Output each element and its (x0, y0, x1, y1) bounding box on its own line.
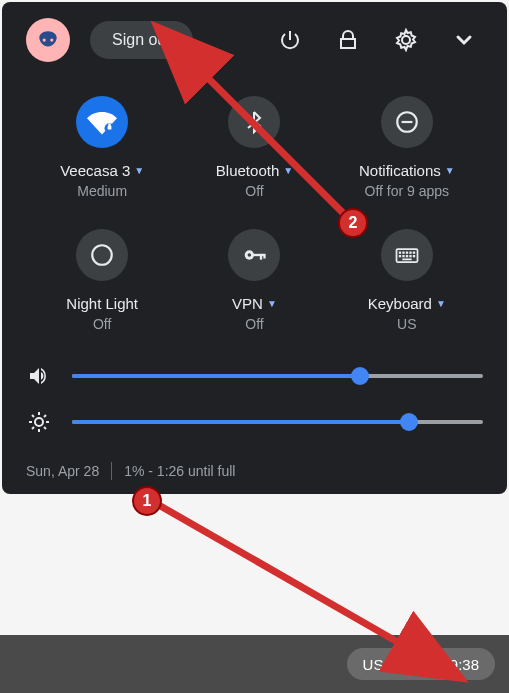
caret-icon: ▼ (445, 165, 455, 176)
bluetooth-tile[interactable]: Bluetooth▼ Off (178, 96, 330, 199)
vpn-sublabel: Off (245, 316, 263, 332)
svg-rect-19 (413, 255, 415, 257)
avatar-animal-icon (35, 27, 61, 53)
volume-slider-row (26, 364, 483, 388)
wifi-icon (76, 96, 128, 148)
bluetooth-icon (228, 96, 280, 148)
notifications-label: Notifications (359, 162, 441, 179)
footer-row: Sun, Apr 28 1% - 1:26 until full (26, 456, 483, 486)
system-tray[interactable]: US 09:38 (347, 648, 495, 680)
lock-icon (336, 28, 360, 52)
svg-rect-15 (399, 255, 401, 257)
vpn-label: VPN (232, 295, 263, 312)
caret-icon: ▼ (134, 165, 144, 176)
keyboard-sublabel: US (397, 316, 416, 332)
tray-battery-charging-icon (421, 655, 431, 673)
svg-rect-12 (406, 252, 408, 254)
keyboard-tile[interactable]: Keyboard▼ US (331, 229, 483, 332)
taskbar: US 09:38 (0, 635, 509, 693)
lock-button[interactable] (329, 21, 367, 59)
header-row: Sign out (26, 18, 483, 62)
notifications-sublabel: Off for 9 apps (365, 183, 450, 199)
keyboard-label: Keyboard (368, 295, 432, 312)
svg-line-26 (32, 415, 34, 417)
tray-ime: US (363, 656, 384, 673)
svg-rect-18 (409, 255, 411, 257)
night-light-icon (76, 229, 128, 281)
night-light-tile[interactable]: Night Light Off (26, 229, 178, 332)
svg-rect-14 (413, 252, 415, 254)
quick-settings-panel: Sign out Veecasa 3▼ Medium Bluetooth▼ (2, 2, 507, 494)
svg-rect-7 (260, 254, 262, 260)
svg-rect-17 (406, 255, 408, 257)
caret-icon: ▼ (267, 298, 277, 309)
power-icon (278, 28, 302, 52)
wifi-tile[interactable]: Veecasa 3▼ Medium (26, 96, 178, 199)
svg-line-29 (44, 415, 46, 417)
avatar[interactable] (26, 18, 70, 62)
notifications-tile[interactable]: Notifications▼ Off for 9 apps (331, 96, 483, 199)
vpn-tile[interactable]: VPN▼ Off (178, 229, 330, 332)
svg-point-5 (248, 253, 252, 257)
tray-time: 09:38 (441, 656, 479, 673)
volume-icon[interactable] (26, 364, 52, 388)
volume-slider[interactable] (72, 374, 483, 378)
svg-line-33 (150, 500, 408, 648)
caret-icon: ▼ (436, 298, 446, 309)
svg-rect-13 (409, 252, 411, 254)
do-not-disturb-icon (381, 96, 433, 148)
svg-line-28 (32, 427, 34, 429)
tiles-grid: Veecasa 3▼ Medium Bluetooth▼ Off Notific… (26, 96, 483, 332)
svg-rect-8 (264, 254, 266, 259)
collapse-button[interactable] (445, 21, 483, 59)
tray-wifi-icon (393, 655, 411, 673)
footer-battery: 1% - 1:26 until full (124, 463, 235, 479)
wifi-label: Veecasa 3 (60, 162, 130, 179)
vpn-key-icon (228, 229, 280, 281)
brightness-icon[interactable] (26, 410, 52, 434)
night-light-sublabel: Off (93, 316, 111, 332)
footer-date: Sun, Apr 28 (26, 463, 99, 479)
svg-point-21 (35, 418, 43, 426)
settings-button[interactable] (387, 21, 425, 59)
bluetooth-label: Bluetooth (216, 162, 279, 179)
bluetooth-sublabel: Off (245, 183, 263, 199)
svg-line-27 (44, 427, 46, 429)
svg-rect-16 (402, 255, 404, 257)
power-button[interactable] (271, 21, 309, 59)
svg-rect-20 (402, 259, 411, 261)
keyboard-icon (381, 229, 433, 281)
svg-rect-31 (424, 655, 428, 657)
night-light-label: Night Light (66, 295, 138, 312)
svg-rect-10 (399, 252, 401, 254)
chevron-down-icon (452, 28, 476, 52)
svg-rect-11 (402, 252, 404, 254)
brightness-slider[interactable] (72, 420, 483, 424)
sign-out-button[interactable]: Sign out (90, 21, 193, 59)
brightness-slider-row (26, 410, 483, 434)
svg-rect-6 (253, 254, 265, 256)
gear-icon (394, 28, 418, 52)
caret-icon: ▼ (283, 165, 293, 176)
wifi-sublabel: Medium (77, 183, 127, 199)
